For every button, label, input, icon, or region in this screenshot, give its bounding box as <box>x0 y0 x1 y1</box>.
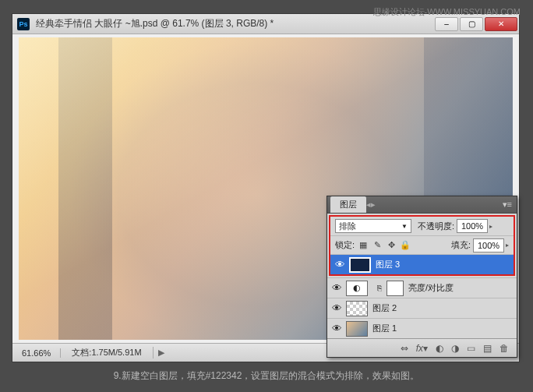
status-menu-arrow[interactable]: ▶ <box>154 348 169 358</box>
link-icon: ⎘ <box>372 284 387 292</box>
blend-mode-value: 排除 <box>339 221 356 232</box>
visibility-toggle[interactable]: 👁 <box>330 259 349 270</box>
layers-panel: 图层 ◂▸ ▾≡ 排除 ▼ 不透明度: 100% ▸ 锁定: ▦ ✎ ✥ 🔒 填… <box>327 196 517 358</box>
layer-thumbnail[interactable] <box>346 321 368 337</box>
minimize-button[interactable]: – <box>435 17 458 31</box>
layer-name[interactable]: 图层 1 <box>372 323 517 334</box>
panel-collapse-icon[interactable]: ◂▸ <box>366 200 376 210</box>
watermark-text: 思缘设计论坛-WWW.MISSYUAN.COM <box>373 6 521 18</box>
layer-thumbnail[interactable] <box>349 257 371 273</box>
layer-row-selected[interactable]: 👁 图层 3 <box>330 254 514 274</box>
opacity-arrow-icon[interactable]: ▸ <box>489 223 492 230</box>
lock-pixels-icon[interactable]: ✎ <box>372 240 383 251</box>
highlighted-region: 排除 ▼ 不透明度: 100% ▸ 锁定: ▦ ✎ ✥ 🔒 填充: 100% ▸… <box>329 215 515 276</box>
lock-label: 锁定: <box>335 239 355 251</box>
lock-position-icon[interactable]: ✥ <box>386 240 397 251</box>
lock-transparent-icon[interactable]: ▦ <box>358 240 369 251</box>
layer-name[interactable]: 亮度/对比度 <box>408 282 517 294</box>
new-layer-icon[interactable]: ▤ <box>483 343 492 354</box>
layer-mask-icon[interactable]: ◐ <box>436 343 443 354</box>
panel-tab-row: 图层 ◂▸ ▾≡ <box>327 196 517 214</box>
close-button[interactable]: ✕ <box>485 17 517 31</box>
layer-row[interactable]: 👁 图层 1 <box>327 318 517 338</box>
panel-menu-icon[interactable]: ▾≡ <box>503 200 512 210</box>
visibility-toggle[interactable]: 👁 <box>327 323 346 334</box>
adjustment-thumbnail[interactable]: ◐ <box>346 281 368 296</box>
opacity-input[interactable]: 100% <box>457 219 488 233</box>
fill-input[interactable]: 100% <box>473 238 504 253</box>
layer-row[interactable]: 👁 ◐ ⎘ 亮度/对比度 <box>327 277 517 298</box>
layer-row[interactable]: 👁 图层 2 <box>327 298 517 318</box>
link-layers-icon[interactable]: ⇔ <box>401 343 408 354</box>
ps-app-icon: Ps <box>17 18 30 30</box>
lock-icons-group: ▦ ✎ ✥ 🔒 <box>358 240 411 251</box>
window-title: 经典牵手情侣 大眼仔 ~旭.psd @ 61.7% (图层 3, RGB/8) … <box>36 17 435 30</box>
opacity-label: 不透明度: <box>418 221 454 232</box>
document-size: 文档:1.75M/5.91M <box>61 347 153 358</box>
fill-label: 填充: <box>451 239 471 251</box>
visibility-toggle[interactable]: 👁 <box>327 302 346 314</box>
maximize-button[interactable]: ▢ <box>460 17 483 31</box>
fill-arrow-icon[interactable]: ▸ <box>506 242 509 249</box>
window-controls: – ▢ ✕ <box>435 17 519 31</box>
layer-style-icon[interactable]: fx▾ <box>416 343 428 354</box>
dropdown-arrow-icon: ▼ <box>401 223 408 230</box>
visibility-toggle[interactable]: 👁 <box>327 282 346 294</box>
lock-all-icon[interactable]: 🔒 <box>400 240 411 251</box>
adjustment-layer-icon[interactable]: ◑ <box>451 343 459 354</box>
panel-footer: ⇔ fx▾ ◐ ◑ ▭ ▤ 🗑 <box>327 338 517 357</box>
blend-mode-row: 排除 ▼ 不透明度: 100% ▸ <box>330 217 514 235</box>
tutorial-caption: 9.新建空白图层，填充#122342，设置图层的混合模式为排除，效果如图。 <box>0 369 533 383</box>
lock-row: 锁定: ▦ ✎ ✥ 🔒 填充: 100% ▸ <box>330 235 514 254</box>
mask-thumbnail[interactable] <box>387 281 404 296</box>
layer-name[interactable]: 图层 2 <box>372 302 517 314</box>
delete-layer-icon[interactable]: 🗑 <box>499 343 509 354</box>
blend-mode-select[interactable]: 排除 ▼ <box>335 219 411 233</box>
layer-thumbnail[interactable] <box>346 301 368 316</box>
group-icon[interactable]: ▭ <box>467 343 475 354</box>
layer-name[interactable]: 图层 3 <box>376 259 514 270</box>
zoom-level[interactable]: 61.66% <box>12 348 61 358</box>
layers-tab[interactable]: 图层 <box>330 196 366 213</box>
